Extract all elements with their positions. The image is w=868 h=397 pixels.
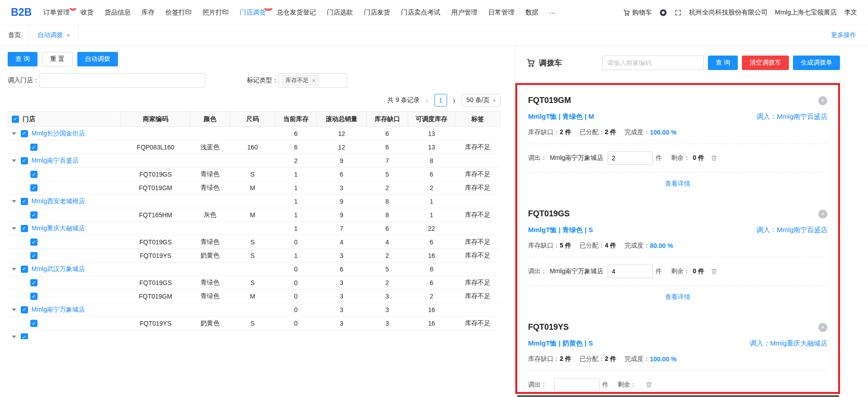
cell-size: M [230,208,275,222]
nav-item[interactable]: 价签打印 [165,8,192,17]
nav-item[interactable]: 货品信息 [104,8,131,17]
more-actions-link[interactable]: 更多操作 [831,31,856,39]
row-checkbox[interactable]: ✓ [21,198,28,205]
company-name[interactable]: 杭州全尚科技股份有限公司 [689,8,768,17]
nav-item[interactable]: 订单管理2 [43,8,70,17]
qty-input[interactable] [554,378,599,392]
trash-icon[interactable] [711,268,717,275]
row-checkbox[interactable]: ✓ [21,157,28,164]
trash-icon[interactable] [711,154,717,162]
row-checkbox[interactable]: ✓ [21,306,28,313]
tab-bar: 首页自动调拨× 更多操作 [0,25,868,46]
store-name-link[interactable]: Mmlg长沙国金街店 [32,130,85,137]
cell-stock: 0 [275,235,317,249]
row-checkbox[interactable]: ✓ [30,320,38,327]
nav-item[interactable]: 库存 [142,8,155,17]
remove-card-icon[interactable]: × [818,210,827,219]
cell-sales: 3 [317,317,367,330]
nav-item[interactable]: 收货 [80,8,94,17]
view-detail-link[interactable]: 查看详情 [665,180,690,187]
user-name[interactable]: 李文 [844,8,857,17]
trash-icon[interactable] [646,381,652,388]
sku-row: ✓FQT019GM青绿色M0332库存不足 [8,290,500,303]
cell-gap: 8 [367,208,408,222]
qty-input[interactable] [608,151,653,165]
gap-label: 库存缺口： [528,355,560,363]
message-icon[interactable] [659,9,667,17]
store-name-link[interactable]: Mmlg南宁百盛店 [32,157,79,164]
nav-item[interactable]: 照片打印 [203,8,229,17]
row-checkbox[interactable]: ✓ [30,184,38,191]
remove-card-icon[interactable]: × [818,96,827,105]
cell-size: M [230,181,275,195]
nav-item[interactable]: 门店发货 [364,8,390,17]
cart-query-button[interactable]: 查 询 [708,56,738,70]
expand-caret-icon[interactable] [12,159,16,162]
tab-1[interactable]: 自动调拨× [29,25,79,45]
row-checkbox[interactable]: ✓ [21,266,28,273]
nav-item[interactable]: 总仓发货登记 [277,8,316,17]
remove-card-icon[interactable]: × [818,323,827,332]
header-checkbox[interactable]: ✓ [12,116,19,123]
row-checkbox[interactable]: ✓ [30,279,38,286]
nav-item[interactable]: 数据 [525,8,538,17]
tag-type-select[interactable]: 库存不足 × [278,73,347,88]
auto-transfer-button[interactable]: 自动调拨 [77,52,118,66]
row-checkbox[interactable]: ✓ [30,252,38,259]
tab-close-icon[interactable]: × [66,32,70,39]
row-checkbox[interactable]: ✓ [30,144,38,151]
nav-item-label: 收货 [80,9,94,16]
row-checkbox[interactable]: ✓ [30,171,38,178]
nav-item[interactable]: 门店调货11 [240,8,266,17]
merchant-code-search-input[interactable] [602,56,704,70]
cell-color: 青绿色 [190,290,230,303]
cell-color [190,127,230,140]
row-checkbox[interactable]: ✓ [21,130,28,137]
nav-item[interactable]: 门店卖点考试 [401,8,440,17]
tag-remove-icon[interactable]: × [312,77,316,84]
in-store-input[interactable] [39,73,205,88]
row-checkbox[interactable]: ✓ [21,225,28,232]
row-checkbox[interactable]: ✓ [30,293,38,300]
prev-page-icon[interactable]: ‹ [425,96,430,104]
cell-available: 8 [408,262,455,276]
cell-code [121,330,190,340]
app-logo[interactable]: B2B [11,6,32,19]
page-size-select[interactable]: 50 条/页 ▾ [462,94,500,107]
nav-item[interactable]: 门店选款 [327,8,353,17]
qty-input[interactable] [608,265,653,278]
remaining-label: 剩余： [671,267,690,276]
expand-caret-icon[interactable] [12,132,16,135]
expand-caret-icon[interactable] [12,268,16,271]
fullscreen-icon[interactable] [675,9,682,16]
store-name-link[interactable]: Mmlg西安老城根店 [32,197,85,205]
nav-item[interactable]: ··· [549,9,556,16]
expand-caret-icon[interactable] [12,200,16,203]
query-button[interactable]: 查 询 [8,52,38,66]
next-page-icon[interactable]: › [452,96,457,104]
product-code: FQT019YS [528,322,569,332]
generate-transfer-order-button[interactable]: 生成调拨单 [793,56,840,70]
reset-button[interactable]: 重 置 [42,52,73,66]
cart-link[interactable]: 购物车 [623,8,652,17]
expand-caret-icon[interactable] [12,227,16,230]
page-content: 查 询 重 置 自动调拨 调入门店： 标记类型： 库存不足 × 共 9 条记录 … [0,46,868,397]
clear-cart-button[interactable]: 清空调拨车 [742,56,789,70]
store-name-link[interactable]: Mmlg重庆大融城店 [32,224,85,232]
tab-0[interactable]: 首页 [0,25,29,45]
row-checkbox[interactable]: ✓ [30,211,38,219]
store-name-link[interactable]: Mmlg南宁万象城店 [32,306,85,313]
column-header: ✓门店 [8,112,121,127]
view-detail-link[interactable]: 查看详情 [665,293,690,300]
current-page-button[interactable]: 1 [434,94,447,107]
store-name-link[interactable]: Mmlg武汉万象城店 [32,265,85,272]
nav-item[interactable]: 日常管理 [488,8,514,17]
row-checkbox[interactable]: ✓ [30,238,38,246]
nav-item[interactable]: 用户管理 [451,8,477,17]
cell-code: FQT019GM [121,181,190,195]
current-store-name[interactable]: Mmlg上海七宝领展店 [775,8,837,17]
expand-caret-icon[interactable] [12,308,16,311]
expand-caret-icon[interactable] [12,336,16,338]
row-checkbox[interactable]: ✓ [21,333,28,339]
cell-gap: 2 [367,249,408,262]
